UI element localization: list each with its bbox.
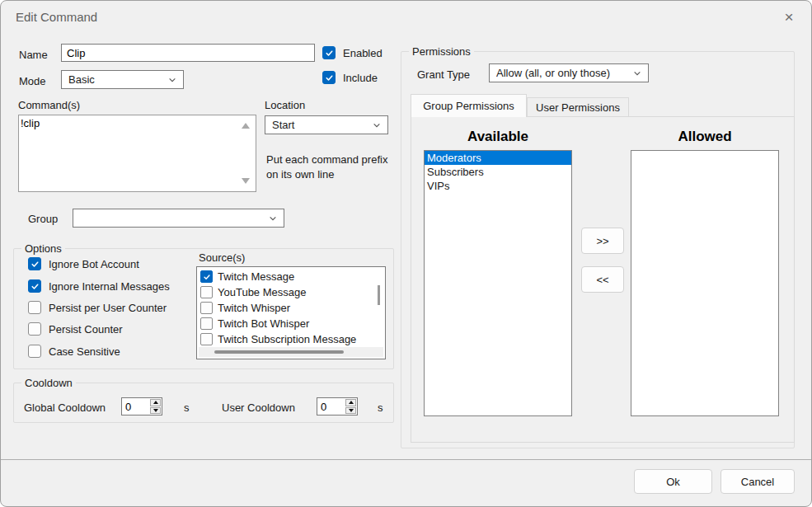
source-checkbox[interactable] bbox=[200, 333, 213, 345]
option-checkbox-persist-counter[interactable] bbox=[28, 322, 41, 336]
option-label: Persist Counter bbox=[49, 323, 123, 336]
list-item[interactable]: Moderators bbox=[425, 151, 571, 165]
footer-divider bbox=[1, 459, 811, 460]
horizontal-scrollbar[interactable] bbox=[199, 347, 383, 357]
spin-up-button[interactable] bbox=[150, 399, 161, 406]
user-cooldown-label: User Cooldown bbox=[222, 401, 295, 414]
source-label: Twitch Message bbox=[218, 270, 294, 283]
cancel-button[interactable]: Cancel bbox=[720, 469, 795, 494]
source-label: Twitch Bot Whisper bbox=[218, 317, 309, 330]
chevron-down-icon bbox=[633, 69, 641, 77]
source-row-twitch-subscription-message[interactable]: Twitch Subscription Message bbox=[199, 331, 377, 347]
grant-type-label: Grant Type bbox=[417, 68, 470, 81]
spin-down-button[interactable] bbox=[345, 407, 356, 415]
check-icon bbox=[325, 49, 334, 58]
name-input[interactable] bbox=[61, 44, 315, 62]
source-label: Twitch Subscription Message bbox=[218, 333, 356, 345]
user-cooldown-input[interactable] bbox=[317, 398, 345, 415]
option-checkbox-persist-per-user-counter[interactable] bbox=[28, 301, 41, 314]
group-permissions-tabpage: Available Allowed Moderators Subscribers… bbox=[411, 116, 795, 443]
sources-label: Source(s) bbox=[199, 251, 245, 264]
check-icon bbox=[203, 273, 211, 281]
option-label: Persist per User Counter bbox=[49, 302, 167, 314]
source-checkbox[interactable] bbox=[200, 286, 213, 298]
triangle-down-icon bbox=[349, 409, 354, 412]
grant-type-select[interactable]: Allow (all, or only those) bbox=[489, 63, 649, 82]
grant-type-value: Allow (all, or only those) bbox=[496, 67, 633, 79]
source-row-youtube-message[interactable]: YouTube Message bbox=[199, 284, 377, 300]
triangle-down-icon bbox=[153, 409, 158, 412]
titlebar: Edit Command × bbox=[1, 1, 811, 34]
allowed-list bbox=[631, 150, 779, 416]
available-heading: Available bbox=[424, 129, 572, 145]
sources-items: Twitch Message YouTube Message Twitch Wh… bbox=[199, 269, 377, 347]
commands-input[interactable]: !clip bbox=[21, 117, 240, 188]
tab-user-permissions[interactable]: User Permissions bbox=[527, 97, 629, 117]
source-checkbox[interactable] bbox=[200, 317, 213, 330]
global-cooldown-stepper bbox=[121, 397, 162, 415]
close-icon[interactable]: × bbox=[777, 6, 801, 29]
move-left-label: << bbox=[596, 274, 608, 286]
global-cooldown-input[interactable] bbox=[122, 398, 149, 415]
ok-button[interactable]: Ok bbox=[634, 469, 712, 494]
ok-label: Ok bbox=[666, 476, 680, 488]
source-checkbox[interactable] bbox=[200, 270, 213, 283]
horizontal-scrollbar-thumb[interactable] bbox=[214, 350, 344, 354]
location-select[interactable]: Start bbox=[265, 115, 388, 134]
chevron-down-icon bbox=[373, 121, 381, 129]
source-row-twitch-bot-whisper[interactable]: Twitch Bot Whisper bbox=[199, 316, 377, 331]
enabled-label: Enabled bbox=[343, 47, 383, 59]
option-checkbox-case-sensitive[interactable] bbox=[28, 345, 41, 358]
source-checkbox[interactable] bbox=[200, 302, 213, 314]
commands-label: Command(s) bbox=[18, 99, 80, 111]
tab-group-permissions[interactable]: Group Permissions bbox=[411, 94, 527, 117]
user-cooldown-unit: s bbox=[378, 401, 383, 414]
edit-command-dialog: Edit Command × Name Enabled Mode Basic I… bbox=[0, 0, 812, 507]
chevron-down-icon bbox=[269, 214, 277, 223]
option-checkbox-ignore-internal-messages[interactable] bbox=[28, 279, 41, 293]
option-label: Ignore Internal Messages bbox=[49, 280, 170, 293]
window-title: Edit Command bbox=[16, 10, 97, 24]
location-value: Start bbox=[272, 119, 373, 131]
include-label: Include bbox=[343, 72, 378, 84]
list-item[interactable]: VIPs bbox=[425, 179, 571, 193]
list-item[interactable]: Subscribers bbox=[425, 165, 571, 179]
tab-label: User Permissions bbox=[536, 101, 620, 114]
tab-label: Group Permissions bbox=[423, 100, 514, 112]
source-label: YouTube Message bbox=[218, 286, 306, 298]
move-right-button[interactable]: >> bbox=[581, 228, 624, 254]
cancel-label: Cancel bbox=[741, 476, 774, 488]
spin-down-button[interactable] bbox=[150, 407, 161, 415]
source-label: Twitch Whisper bbox=[218, 302, 290, 314]
allowed-heading: Allowed bbox=[631, 129, 779, 145]
move-right-label: >> bbox=[596, 235, 608, 247]
available-list: Moderators Subscribers VIPs bbox=[424, 150, 572, 416]
mode-value: Basic bbox=[68, 73, 168, 86]
include-checkbox[interactable] bbox=[322, 71, 336, 84]
check-icon bbox=[325, 73, 334, 82]
source-row-twitch-message[interactable]: Twitch Message bbox=[199, 269, 377, 284]
global-cooldown-unit: s bbox=[184, 401, 190, 414]
option-label: Ignore Bot Account bbox=[49, 258, 139, 270]
vertical-scrollbar-thumb[interactable] bbox=[378, 285, 380, 305]
move-left-button[interactable]: << bbox=[581, 266, 624, 293]
scroll-up-icon[interactable] bbox=[242, 123, 250, 129]
sources-listbox: Twitch Message YouTube Message Twitch Wh… bbox=[196, 266, 386, 359]
source-row-twitch-whisper[interactable]: Twitch Whisper bbox=[199, 300, 377, 316]
triangle-up-icon bbox=[153, 401, 158, 404]
options-title: Options bbox=[21, 242, 65, 255]
check-icon bbox=[31, 282, 40, 291]
enabled-checkbox[interactable] bbox=[322, 46, 336, 59]
mode-select[interactable]: Basic bbox=[61, 70, 184, 89]
group-select[interactable] bbox=[73, 209, 284, 228]
mode-label: Mode bbox=[19, 75, 46, 87]
location-label: Location bbox=[265, 99, 305, 111]
name-label: Name bbox=[19, 49, 48, 61]
scroll-down-icon[interactable] bbox=[242, 178, 250, 184]
spin-up-button[interactable] bbox=[345, 399, 356, 406]
option-checkbox-ignore-bot-account[interactable] bbox=[28, 257, 41, 270]
triangle-up-icon bbox=[349, 401, 354, 404]
permissions-title: Permissions bbox=[409, 45, 474, 58]
check-icon bbox=[31, 260, 40, 269]
commands-box: !clip bbox=[18, 115, 256, 192]
